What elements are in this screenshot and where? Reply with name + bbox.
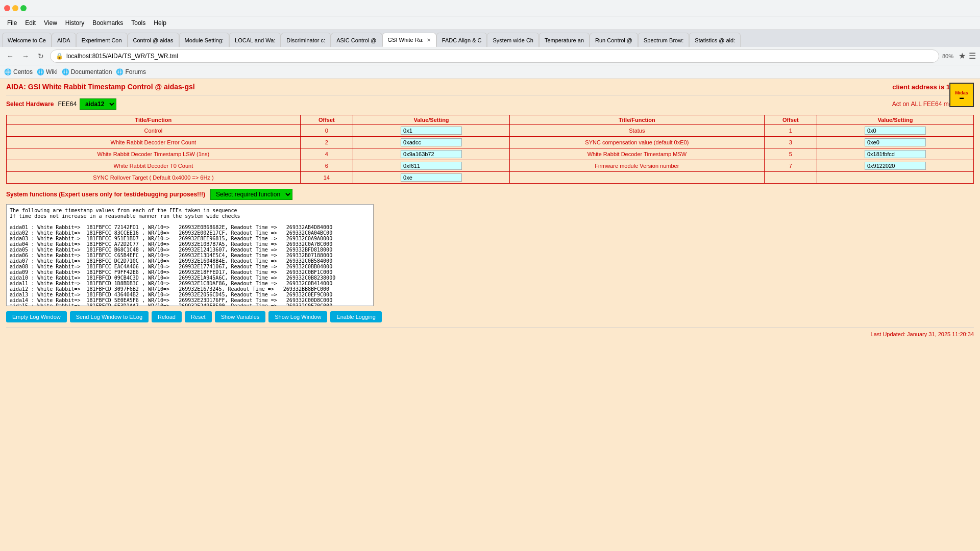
right-input-1[interactable] (865, 138, 926, 146)
tab-0[interactable]: Welcome to Ce (2, 33, 52, 47)
menu-view[interactable]: View (41, 18, 60, 28)
left-value-4[interactable] (353, 172, 510, 184)
tab-7[interactable]: ASIC Control @ (331, 33, 382, 47)
page-content: AIDA: GSI White Rabbit Timestamp Control… (0, 79, 980, 551)
table-row: SYNC Rollover Target ( Default 0x4000 =>… (7, 172, 974, 184)
zoom-level: 80% (942, 53, 953, 59)
menu-icon[interactable]: ☰ (969, 51, 976, 61)
fee64-label: FEE64 (58, 101, 77, 108)
right-offset-0: 1 (764, 125, 817, 137)
menu-history[interactable]: History (62, 18, 87, 28)
col-title-1: Title/Function (7, 115, 301, 125)
right-offset-3: 7 (764, 160, 817, 172)
right-input-2[interactable] (865, 150, 926, 158)
left-offset-2: 4 (300, 148, 353, 160)
tab-5[interactable]: LOCAL and Wa: (229, 33, 281, 47)
right-value-0[interactable] (817, 125, 973, 137)
left-value-1[interactable] (353, 137, 510, 148)
logo-box: Midas ▬ (949, 83, 974, 107)
tab-14[interactable]: Statistics @ aid: (689, 33, 741, 47)
address-bar[interactable]: 🔒 localhost:8015/AIDA/TS_WR/TS_WR.tml (50, 49, 939, 63)
left-input-3[interactable] (401, 162, 462, 170)
page-header: AIDA: GSI White Rabbit Timestamp Control… (6, 83, 974, 91)
left-value-3[interactable] (353, 160, 510, 172)
right-title-1: SYNC compensation value (default 0xE0) (510, 137, 765, 148)
right-title-4 (510, 172, 765, 184)
star-icon[interactable]: ★ (959, 51, 966, 61)
right-input-0[interactable] (865, 127, 926, 135)
show-log-button[interactable]: Show Log Window (268, 311, 327, 322)
tab-12[interactable]: Run Control @ (590, 33, 638, 47)
col-offset-2: Offset (764, 115, 817, 125)
enable-logging-button[interactable]: Enable Logging (330, 311, 381, 322)
col-value-2: Value/Setting (817, 115, 973, 125)
col-title-2: Title/Function (510, 115, 765, 125)
send-log-button[interactable]: Send Log Window to ELog (70, 311, 149, 322)
left-offset-1: 2 (300, 137, 353, 148)
left-input-0[interactable] (401, 127, 462, 135)
button-row: Empty Log WindowSend Log Window to ELogR… (6, 311, 974, 322)
left-input-1[interactable] (401, 138, 462, 146)
bookmark-centos[interactable]: 🌐 Centos (4, 68, 33, 76)
bookmark-wiki[interactable]: 🌐 Wiki (37, 68, 58, 76)
left-title-2: White Rabbit Decoder Timestamp LSW (1ns) (7, 148, 301, 160)
table-row: White Rabbit Decoder Timestamp LSW (1ns)… (7, 148, 974, 160)
left-offset-0: 0 (300, 125, 353, 137)
col-value-1: Value/Setting (353, 115, 510, 125)
tab-9[interactable]: FADC Align & C (436, 33, 487, 47)
right-value-3[interactable] (817, 160, 973, 172)
reload-button[interactable]: Reload (152, 311, 182, 322)
back-button[interactable]: ← (4, 50, 16, 62)
hardware-select[interactable]: aida12 (80, 98, 116, 110)
left-offset-3: 6 (300, 160, 353, 172)
right-offset-2: 5 (764, 148, 817, 160)
tab-8[interactable]: GSI White Ra:✕ (382, 33, 436, 47)
tab-11[interactable]: Temperature an (539, 33, 590, 47)
empty-log-button[interactable]: Empty Log Window (6, 311, 67, 322)
left-title-1: White Rabbit Decoder Error Count (7, 137, 301, 148)
tab-13[interactable]: Spectrum Brow: (638, 33, 689, 47)
show-variables-button[interactable]: Show Variables (215, 311, 266, 322)
forward-button[interactable]: → (19, 50, 32, 62)
tab-6[interactable]: Discriminator c: (281, 33, 331, 47)
left-title-0: Control (7, 125, 301, 137)
page-title: AIDA: GSI White Rabbit Timestamp Control… (6, 83, 195, 91)
tab-1[interactable]: AIDA (52, 33, 76, 47)
left-value-2[interactable] (353, 148, 510, 160)
left-offset-4: 14 (300, 172, 353, 184)
sys-functions-row: System functions (Expert users only for … (6, 189, 974, 200)
right-value-1[interactable] (817, 137, 973, 148)
lock-icon: 🔒 (56, 53, 63, 60)
menu-help[interactable]: Help (151, 18, 169, 28)
reload-nav-button[interactable]: ↻ (35, 50, 47, 62)
tab-close-8[interactable]: ✕ (427, 37, 431, 43)
left-value-0[interactable] (353, 125, 510, 137)
right-value-4[interactable] (817, 172, 973, 184)
reset-button[interactable]: Reset (185, 311, 212, 322)
left-input-2[interactable] (401, 150, 462, 158)
left-input-4[interactable] (401, 173, 462, 182)
window-controls[interactable] (4, 5, 27, 11)
right-offset-4 (764, 172, 817, 184)
menu-file[interactable]: File (4, 18, 20, 28)
right-title-2: White Rabbit Decoder Timestamp MSW (510, 148, 765, 160)
divider-1 (6, 95, 974, 95)
tab-2[interactable]: Experiment Con (76, 33, 128, 47)
right-title-3: Firmware module Version number (510, 160, 765, 172)
menu-bookmarks[interactable]: Bookmarks (89, 18, 126, 28)
menu-edit[interactable]: Edit (22, 18, 39, 28)
right-value-2[interactable] (817, 148, 973, 160)
menu-tools[interactable]: Tools (128, 18, 149, 28)
tab-bar: Welcome to CeAIDAExperiment ConControl @… (0, 30, 980, 47)
tab-3[interactable]: Control @ aidas (128, 33, 179, 47)
tab-10[interactable]: System wide Ch (487, 33, 538, 47)
bookmark-docs[interactable]: 🌐 Documentation (62, 68, 112, 76)
right-input-3[interactable] (865, 162, 926, 170)
table-row: Control0Status1 (7, 125, 974, 137)
table-row: White Rabbit Decoder T0 Count6Firmware m… (7, 160, 974, 172)
tab-4[interactable]: Module Setting: (179, 33, 229, 47)
menu-bar: File Edit View History Bookmarks Tools H… (0, 16, 980, 30)
log-window[interactable]: The following are timestamp values from … (6, 204, 374, 306)
select-function[interactable]: Select required function (210, 189, 292, 200)
bookmark-forums[interactable]: 🌐 Forums (116, 68, 146, 76)
